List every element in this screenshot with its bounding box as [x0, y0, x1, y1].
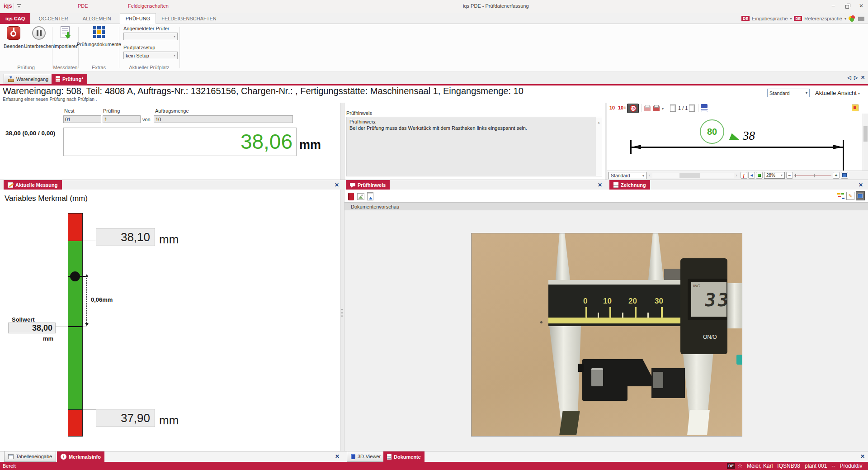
scroll-tabs-left-icon[interactable]: ◁ — [847, 75, 851, 81]
red-book-icon[interactable] — [348, 193, 354, 200]
vertical-splitter[interactable] — [340, 103, 344, 180]
hint-scrollbar[interactable]: ▲ — [596, 117, 602, 176]
drawing-canvas[interactable]: 80 38 — [607, 114, 863, 171]
color-circles-icon[interactable] — [849, 15, 856, 22]
chevron-down-icon[interactable]: ▾ — [844, 17, 846, 21]
tab-tabelleneingabe[interactable]: Tabelleneingabe — [4, 451, 56, 462]
structure-tree-icon[interactable] — [837, 193, 844, 200]
drawing-vertical-scrollbar[interactable] — [863, 114, 868, 171]
drawing-hscrollbar[interactable] — [652, 173, 734, 178]
drawing-bottom-toolbar: Standard ▾ ‹ › f ◀ 28% ▾ − + — [607, 171, 868, 180]
tab-dokumente-active[interactable]: Dokumente — [383, 451, 425, 462]
vertical-splitter[interactable] — [340, 190, 344, 451]
zoom-out-button[interactable]: − — [786, 172, 793, 179]
scroll-left-icon[interactable]: ‹ — [649, 172, 651, 178]
ribbon-separator — [179, 27, 180, 68]
tab-3d-viewer[interactable]: 3D-Viewer — [347, 451, 385, 462]
minimize-button[interactable]: – — [829, 3, 837, 9]
scrollbar-thumb[interactable] — [679, 173, 700, 178]
record-subtitle: Erfassung einer neuen Prüfung nach Prüfp… — [3, 97, 97, 102]
ribbon-group-messdaten-label: Messdaten — [52, 65, 78, 70]
printer-icon[interactable] — [858, 16, 864, 21]
importieren-button[interactable]: Importieren — [53, 26, 79, 49]
usl-value-box[interactable]: 38,10 — [96, 228, 155, 246]
sollwert-value-box[interactable]: 38,00 — [8, 323, 56, 333]
lsl-value-box[interactable]: 37,90 — [96, 409, 155, 427]
nest-input[interactable]: 01 — [63, 115, 101, 123]
pruefungsdokumente-button[interactable]: Prüfungsdokumente — [80, 26, 118, 47]
quick-access-caret-icon[interactable] — [18, 6, 20, 8]
measured-value-box[interactable]: 38,06 — [63, 128, 297, 156]
reference-value: 38,00 (0,00 / 0,00) — [5, 130, 55, 137]
zoom-level-select[interactable]: 28% ▾ — [764, 172, 785, 179]
zoom-in-button[interactable]: + — [833, 172, 840, 179]
edit-pencil-icon[interactable]: ✎ — [846, 192, 854, 200]
restore-button[interactable] — [845, 5, 849, 9]
print-icon[interactable] — [644, 106, 651, 111]
close-tab-icon[interactable]: ✕ — [861, 75, 865, 81]
back-button[interactable]: ◀ — [748, 172, 755, 179]
full-view-button[interactable] — [841, 172, 848, 179]
ribbon-tab-pruefung[interactable]: PRÜFUNG — [120, 13, 156, 24]
scrollbar-thumb[interactable] — [863, 126, 868, 142]
scroll-tabs-right-icon[interactable]: ▷ — [854, 75, 858, 81]
preview-toggle-button-pressed[interactable] — [856, 191, 865, 200]
previous-page-icon[interactable] — [670, 104, 676, 112]
marker-10-button[interactable]: 10 — [609, 105, 615, 110]
scroll-up-icon[interactable]: ▲ — [597, 121, 600, 124]
chevron-down-icon[interactable]: ▾ — [790, 17, 792, 21]
chevron-down-icon: ▾ — [174, 53, 175, 57]
aktuelle-ansicht-menu[interactable]: Aktuelle Ansicht — [815, 90, 857, 96]
tab-wareneingang[interactable]: Wareneingang — [4, 74, 53, 84]
tab-aktuelle-messung[interactable]: Aktuelle Messung — [4, 180, 62, 190]
tab-zeichnung[interactable]: Zeichnung — [609, 180, 650, 190]
pruefplatzsetup-select[interactable]: kein Setup ▾ — [123, 52, 178, 59]
pruefhinweis-text-area[interactable]: Prüfhinweis: Bei der Prüfung muss das We… — [346, 117, 602, 176]
auftragsmenge-input[interactable]: 10 — [154, 115, 293, 123]
tab-pruefhinweis[interactable]: Prüfhinweis — [346, 180, 390, 190]
document-upload-icon[interactable] — [367, 192, 373, 200]
scroll-right-icon[interactable]: › — [736, 172, 737, 178]
on-off-label: ON/O — [703, 334, 717, 340]
unterbrechen-button[interactable]: Unterbrechen — [25, 26, 52, 49]
chevron-down-icon[interactable]: ▾ — [662, 107, 664, 111]
next-page-icon[interactable] — [689, 104, 695, 112]
ribbon-tab-qc-center[interactable]: QC-CENTER — [33, 13, 73, 24]
photo-speck — [540, 321, 542, 323]
pruefhinweis-field-label: Prüfhinweis — [346, 110, 372, 116]
blue-document-icon[interactable] — [701, 104, 708, 112]
marker-10plus-button[interactable]: 10+ — [618, 105, 627, 110]
print-setup-icon[interactable] — [653, 106, 660, 111]
ribbon-tab-iqs-caq[interactable]: iqs CAQ — [0, 13, 30, 24]
input-language-label[interactable]: Eingabesprache — [752, 16, 788, 21]
reference-language-label[interactable]: Referenzsprache — [804, 16, 842, 21]
close-panel-icon[interactable]: ✕ — [598, 182, 602, 188]
beenden-button[interactable]: Beenden — [2, 26, 25, 49]
chevron-down-icon[interactable]: ▾ — [858, 91, 860, 95]
image-export-icon[interactable] — [357, 193, 364, 200]
quick-access-icon[interactable] — [17, 4, 21, 5]
zoom-slider[interactable] — [794, 175, 831, 176]
close-panel-icon[interactable]: ✕ — [335, 182, 339, 188]
close-panel-icon[interactable]: ✕ — [860, 453, 865, 460]
ribbon-tab-feldeigenschaften[interactable]: FELDEIGENSCHAFTEN — [156, 13, 222, 24]
star-icon[interactable]: ☆ — [737, 462, 743, 469]
close-panel-icon[interactable]: ✕ — [859, 182, 863, 188]
tab-pruefung-active[interactable]: Prüfung* — [52, 74, 87, 84]
view-select[interactable]: Standard ▾ — [767, 89, 810, 97]
caliper-left-jaw-tip — [559, 411, 580, 435]
close-panel-icon[interactable]: ✕ — [335, 453, 340, 460]
pruefling-input[interactable]: 1 — [103, 115, 141, 123]
scale-number-20: 20 — [628, 297, 637, 306]
ribbon-tab-allgemein[interactable]: ALLGEMEIN — [77, 13, 117, 24]
drawing-view-select[interactable]: Standard ▾ — [609, 172, 646, 179]
tab-merkmalsinfo-active[interactable]: i Merkmalsinfo — [57, 451, 104, 462]
close-window-button[interactable]: ✕ — [857, 3, 865, 9]
marker-10-circle-button-pressed[interactable]: 10 — [627, 104, 639, 113]
annotation-icon[interactable] — [852, 104, 859, 111]
angemeldeter-pruefer-select[interactable]: ▾ — [123, 33, 178, 40]
tab-zeichnung-label: Zeichnung — [621, 182, 646, 188]
fit-selection-button[interactable] — [756, 172, 763, 179]
fit-page-button[interactable]: f — [741, 172, 747, 179]
zeichnung-panel: 10 10+ 10 ▾ 1 / 1 80 38 — [607, 103, 868, 180]
